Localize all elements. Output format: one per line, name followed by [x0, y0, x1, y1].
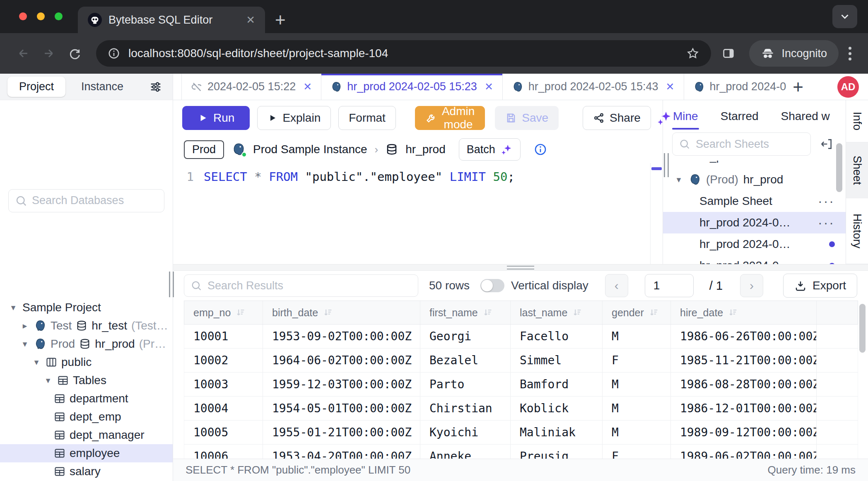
window-close-button[interactable]: [19, 12, 27, 20]
column-header[interactable]: gender: [603, 301, 671, 324]
chevron-right-icon[interactable]: ▸: [20, 321, 30, 331]
forward-button[interactable]: [38, 43, 60, 64]
table-row[interactable]: 10003 1959-12-03T00:00:00Z Parto Bamford…: [184, 373, 858, 397]
close-icon[interactable]: ✕: [485, 81, 493, 93]
explain-button[interactable]: Explain: [257, 106, 331, 130]
admin-mode-button[interactable]: Admin mode: [415, 106, 485, 130]
item-menu-icon[interactable]: ···: [818, 215, 835, 231]
sheet-group-hr-prod[interactable]: ▾ (Prod) hr_prod: [663, 169, 846, 190]
side-panel-button[interactable]: [718, 43, 739, 64]
browser-tab-close-icon[interactable]: ✕: [246, 14, 255, 26]
column-header[interactable]: emp_no: [184, 301, 263, 324]
sheet-item-selected[interactable]: hr_prod 2024-0… ···: [663, 212, 846, 233]
chevron-down-icon[interactable]: ▾: [31, 357, 41, 367]
table-row[interactable]: 10002 1964-06-02T00:00:00Z Bezalel Simme…: [184, 349, 858, 373]
cell[interactable]: Georgi: [420, 325, 511, 348]
table-scrollbar[interactable]: [859, 304, 866, 353]
table-row[interactable]: 10001 1953-09-02T00:00:00Z Georgi Facell…: [184, 325, 858, 349]
column-header[interactable]: birth_date: [263, 301, 420, 324]
chevron-down-icon[interactable]: ▾: [674, 175, 684, 185]
database-name[interactable]: hr_prod: [405, 143, 446, 156]
item-menu-icon[interactable]: ···: [818, 194, 835, 209]
sheet-tab-4[interactable]: hr_prod 2024-0: [684, 74, 786, 100]
instance-name[interactable]: Prod Sample Instance: [253, 143, 367, 156]
sheet-tab-2-active[interactable]: hr_prod 2024-02-05 15:23 ✕: [321, 74, 503, 100]
results-search-input[interactable]: [184, 274, 418, 297]
cell[interactable]: Kyoichi: [420, 421, 511, 444]
cell[interactable]: 1986-08-28T00:00:00Z: [671, 373, 817, 396]
browser-menu-button[interactable]: [844, 47, 856, 60]
page-input[interactable]: [645, 274, 694, 297]
tree-item-tables-group[interactable]: ▾ Tables: [0, 371, 173, 390]
filter-button[interactable]: [149, 80, 165, 94]
sort-icon[interactable]: [728, 308, 738, 317]
table-row[interactable]: 10005 1955-01-21T00:00:00Z Kyoichi Malin…: [184, 421, 858, 445]
cell[interactable]: 10006: [184, 445, 263, 459]
sort-icon[interactable]: [323, 308, 333, 317]
cell[interactable]: Bamford: [511, 373, 603, 396]
cell[interactable]: M: [603, 421, 671, 444]
cell[interactable]: 10005: [184, 421, 263, 444]
column-header[interactable]: hire_date: [671, 301, 817, 324]
tree-item-table-salary[interactable]: salary: [0, 462, 173, 481]
collapse-panel-button[interactable]: [817, 134, 837, 154]
share-button[interactable]: Share: [583, 106, 651, 130]
sheet-tab-1[interactable]: 2024-02-05 15:22 ✕: [181, 74, 321, 100]
cell[interactable]: M: [603, 397, 671, 420]
cell[interactable]: 10003: [184, 373, 263, 396]
tab-sheet[interactable]: Sheet: [846, 142, 868, 198]
sql-code-line[interactable]: SELECT * FROM "public"."employee" LIMIT …: [204, 163, 650, 264]
cell[interactable]: Anneke: [420, 445, 511, 459]
cell[interactable]: 1985-11-21T00:00:00Z: [671, 349, 817, 372]
sort-icon[interactable]: [572, 308, 582, 317]
cell[interactable]: F: [603, 445, 671, 459]
cell[interactable]: 10001: [184, 325, 263, 348]
sql-editor[interactable]: 1 SELECT * FROM "public"."employee" LIMI…: [173, 163, 663, 264]
cell[interactable]: 10004: [184, 397, 263, 420]
next-page-button[interactable]: ›: [740, 274, 763, 297]
cell[interactable]: Koblick: [511, 397, 603, 420]
save-button[interactable]: Save: [495, 106, 559, 130]
tab-shared[interactable]: Shared w: [781, 110, 830, 123]
cell[interactable]: Chirstian: [420, 397, 511, 420]
export-button[interactable]: Export: [783, 274, 857, 298]
window-zoom-button[interactable]: [55, 12, 63, 20]
tree-item-hr-test[interactable]: ▸ Test hr_test (Test…: [0, 317, 173, 335]
tree-item-table-dept-manager[interactable]: dept_manager: [0, 426, 173, 444]
user-avatar[interactable]: AD: [837, 76, 859, 98]
sort-icon[interactable]: [649, 308, 659, 317]
editor-overview-ruler[interactable]: [650, 163, 663, 264]
run-button[interactable]: Run: [182, 106, 250, 130]
close-icon[interactable]: ✕: [666, 81, 675, 93]
batch-button[interactable]: Batch: [459, 138, 521, 161]
cell[interactable]: 1959-12-03T00:00:00Z: [263, 373, 420, 396]
cell[interactable]: 1954-05-01T00:00:00Z: [263, 397, 420, 420]
format-button[interactable]: Format: [338, 106, 396, 130]
tab-info[interactable]: Info: [846, 100, 868, 142]
tree-item-hr-prod[interactable]: ▾ Prod hr_prod (Pr…: [0, 335, 173, 353]
cell[interactable]: M: [603, 373, 671, 396]
table-row[interactable]: 10004 1954-05-01T00:00:00Z Chirstian Kob…: [184, 397, 858, 421]
sheet-search-input[interactable]: [672, 132, 811, 156]
site-info-icon[interactable]: [108, 47, 120, 60]
cell[interactable]: Maliniak: [511, 421, 603, 444]
cell[interactable]: 1955-01-21T00:00:00Z: [263, 421, 420, 444]
prev-page-button[interactable]: ‹: [605, 274, 628, 297]
tree-item-schema-public[interactable]: ▾ public: [0, 353, 173, 371]
cell[interactable]: 10002: [184, 349, 263, 372]
tab-project[interactable]: Project: [7, 77, 65, 97]
cell[interactable]: 1986-06-26T00:00:00Z: [671, 325, 817, 348]
sort-icon[interactable]: [236, 308, 246, 317]
cell[interactable]: 1953-04-20T00:00:00Z: [263, 445, 420, 459]
tab-mine[interactable]: Mine: [673, 110, 698, 123]
database-search-input[interactable]: [8, 189, 164, 212]
tab-starred[interactable]: Starred: [721, 110, 759, 123]
cell[interactable]: 1964-06-02T00:00:00Z: [263, 349, 420, 372]
sheet-list-scrollbar[interactable]: [836, 143, 842, 192]
sort-icon[interactable]: [483, 308, 493, 317]
column-header[interactable]: last_name: [511, 301, 603, 324]
tree-item-table-employee[interactable]: employee: [0, 444, 173, 462]
reload-button[interactable]: [64, 43, 85, 64]
sheet-item[interactable]: hr_prod 2024-0…: [663, 255, 846, 264]
cell[interactable]: Bezalel: [420, 349, 511, 372]
